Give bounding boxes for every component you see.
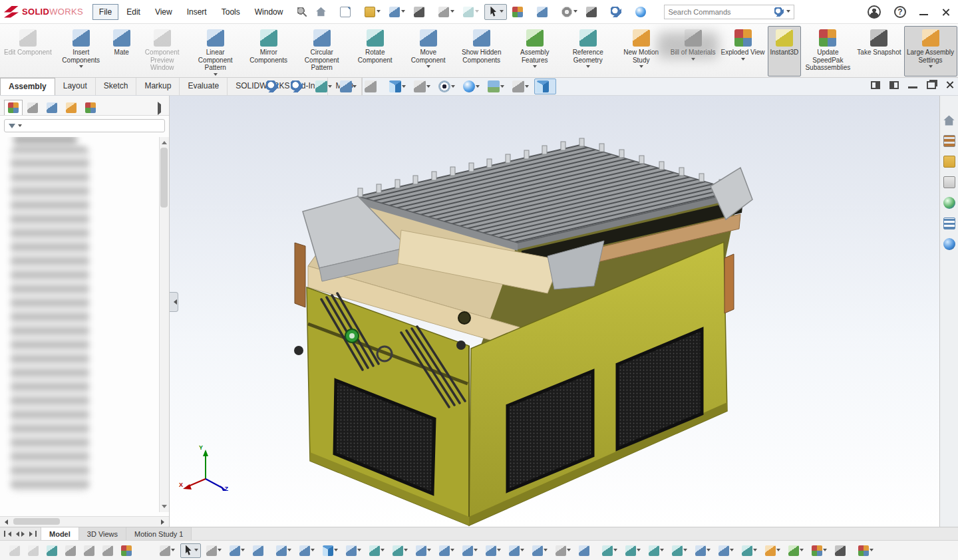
dock-pane-left-button[interactable]	[871, 81, 880, 89]
dimxpertmanager-tab[interactable]	[62, 100, 80, 115]
design-library-tab[interactable]	[943, 135, 955, 147]
prev-sheet-button[interactable]	[13, 531, 19, 537]
close-document-button[interactable]	[945, 80, 954, 89]
convert-entities-button[interactable]	[623, 543, 643, 558]
grid-settings-button[interactable]	[81, 543, 97, 558]
reference-geometry-button[interactable]: Reference Geometry	[561, 26, 615, 76]
previous-view-button[interactable]	[313, 78, 335, 94]
three-point-arc-button[interactable]	[460, 543, 480, 558]
smart-dimension-button[interactable]	[762, 543, 783, 558]
save-button[interactable]	[386, 4, 408, 20]
home-tab[interactable]	[943, 114, 955, 126]
trim-entities-button[interactable]	[599, 543, 620, 558]
tab-evaluate[interactable]: Evaluate	[180, 78, 228, 95]
new-motion-study-button[interactable]: New Motion Study	[615, 26, 668, 76]
repair-sketch-button[interactable]	[832, 543, 853, 558]
search-commands-input[interactable]	[668, 8, 772, 16]
minimize-document-button[interactable]	[908, 82, 917, 88]
first-sheet-button[interactable]	[4, 531, 11, 537]
tab-markup[interactable]: Markup	[136, 78, 180, 95]
featuremanager-filter[interactable]	[4, 119, 165, 132]
display-style-button[interactable]	[411, 78, 433, 94]
solidworks-resources-tab[interactable]	[943, 238, 955, 250]
spline-button[interactable]	[483, 543, 504, 558]
quick-snaps-button[interactable]	[856, 543, 876, 558]
mirror-components-button[interactable]: Mirror Components	[242, 26, 295, 76]
bill-of-materials-button[interactable]: Bill of Materials	[668, 26, 718, 76]
scroll-down-arrow-icon[interactable]	[162, 505, 167, 511]
vertical-scroll-thumb[interactable]	[160, 148, 168, 208]
menu-file[interactable]: File	[92, 4, 118, 20]
scroll-right-arrow-icon[interactable]	[161, 519, 167, 525]
menu-insert[interactable]: Insert	[180, 4, 214, 20]
point-button[interactable]	[576, 543, 597, 558]
sketch-button[interactable]	[227, 543, 247, 558]
hierarchy-button[interactable]	[100, 543, 116, 558]
text-button[interactable]	[553, 543, 573, 558]
featuremanager-tree[interactable]	[0, 137, 159, 512]
selection-filter-button[interactable]	[157, 543, 178, 558]
notes-list-button[interactable]	[63, 543, 79, 558]
view-settings-button[interactable]	[510, 78, 532, 94]
appearance-filter-button[interactable]	[25, 543, 41, 558]
apply-scene-button[interactable]	[485, 78, 507, 94]
assembly-3d-model[interactable]	[170, 96, 935, 527]
instant3d-button[interactable]: Instant3D	[768, 26, 802, 76]
pin-icon[interactable]	[297, 7, 307, 17]
select-button[interactable]	[180, 543, 201, 558]
circular-component-pattern-button[interactable]: Circular Component Pattern	[295, 26, 349, 76]
search-commands-box[interactable]	[664, 5, 794, 19]
help-icon[interactable]: ?	[894, 6, 906, 18]
assembly-features-button[interactable]: Assembly Features	[508, 26, 561, 76]
update-speedpak-subassemblies-button[interactable]: Update SpeedPak Subassemblies	[801, 26, 854, 76]
filter-input[interactable]	[25, 122, 160, 130]
tab-assembly[interactable]: Assembly	[0, 78, 55, 95]
new-document-button[interactable]	[337, 4, 359, 20]
3d-views-tab[interactable]: 3D Views	[79, 527, 126, 540]
box-button[interactable]	[320, 543, 341, 558]
view-cube-button[interactable]	[534, 78, 556, 94]
open-button[interactable]	[361, 4, 384, 20]
print-button[interactable]	[435, 4, 458, 20]
linear-component-pattern-button[interactable]: Linear Component Pattern	[189, 26, 242, 76]
horizontal-scroll-thumb[interactable]	[13, 518, 60, 525]
mirror-entities-button[interactable]	[669, 543, 690, 558]
offset-entities-button[interactable]	[646, 543, 667, 558]
display-relations-button[interactable]	[809, 543, 830, 558]
zoom-to-area-button[interactable]	[288, 78, 310, 94]
polygon-button[interactable]	[506, 543, 527, 558]
show-hidden-components-button[interactable]: Show Hidden Components	[455, 26, 508, 76]
home-button[interactable]	[312, 4, 335, 20]
options-button[interactable]	[558, 4, 581, 20]
appearances-scenes-tab[interactable]	[943, 197, 955, 209]
configurationmanager-tab[interactable]	[43, 100, 61, 115]
zoom-to-fit-button[interactable]	[263, 78, 285, 94]
menu-window[interactable]: Window	[248, 4, 290, 20]
close-window-button[interactable]	[941, 8, 950, 17]
minimize-window-button[interactable]	[919, 14, 928, 15]
origin-axes-button[interactable]	[118, 543, 134, 558]
hidden-types-button[interactable]	[7, 543, 23, 558]
arc-button[interactable]	[436, 543, 457, 558]
publish-button[interactable]	[410, 4, 433, 20]
file-explorer-tab[interactable]	[943, 156, 955, 168]
scroll-left-arrow-icon[interactable]	[2, 519, 8, 525]
graphics-viewport[interactable]: X Y Z	[170, 96, 939, 527]
filter-dropdown-caret-icon[interactable]	[18, 124, 22, 129]
view-palette-tab[interactable]	[943, 176, 955, 188]
lasso-select-button[interactable]	[204, 543, 224, 558]
sketch-point-button[interactable]	[250, 543, 271, 558]
component-preview-window-button[interactable]: Component Preview Window	[136, 26, 189, 76]
report-button[interactable]	[534, 4, 556, 20]
user-account-icon[interactable]	[868, 5, 881, 19]
take-snapshot-button[interactable]: Take Snapshot	[854, 26, 903, 76]
model-tab[interactable]: Model	[41, 527, 79, 540]
move-entities-button[interactable]	[739, 543, 760, 558]
hide-show-items-button[interactable]	[436, 78, 458, 94]
rotate-component-button[interactable]: Rotate Component	[349, 26, 402, 76]
displaymanager-tab[interactable]	[81, 100, 100, 115]
menu-tools[interactable]: Tools	[215, 4, 247, 20]
slot-button[interactable]	[413, 543, 434, 558]
edit-component-button[interactable]: Edit Component	[1, 26, 55, 76]
tab-layout[interactable]: Layout	[55, 78, 96, 95]
